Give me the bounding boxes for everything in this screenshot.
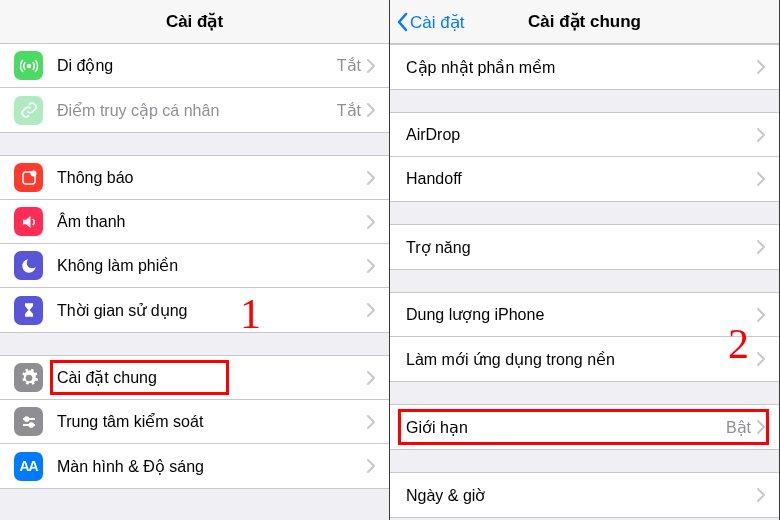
chevron-right-icon bbox=[367, 59, 375, 73]
chevron-right-icon bbox=[757, 420, 765, 434]
chevron-right-icon bbox=[367, 371, 375, 385]
settings-row[interactable]: Cập nhật phần mềm bbox=[390, 45, 779, 89]
row-label: Ngày & giờ bbox=[406, 486, 757, 505]
row-value: Bật bbox=[726, 418, 751, 437]
chevron-right-icon bbox=[367, 259, 375, 273]
chevron-right-icon bbox=[757, 240, 765, 254]
navbar-title: Cài đặt bbox=[166, 11, 223, 32]
settings-row[interactable]: Handoff bbox=[390, 157, 779, 201]
chevron-right-icon bbox=[367, 215, 375, 229]
row-label: Màn hình & Độ sáng bbox=[57, 457, 367, 476]
settings-row[interactable]: Ngày & giờ bbox=[390, 473, 779, 517]
general-panel: Cài đặt Cài đặt chung Cập nhật phần mềmA… bbox=[390, 0, 780, 520]
settings-row[interactable]: Âm thanh bbox=[0, 200, 389, 244]
settings-row[interactable]: AAMàn hình & Độ sáng bbox=[0, 444, 389, 488]
settings-row[interactable]: Thông báo bbox=[0, 156, 389, 200]
settings-row[interactable]: Trung tâm kiểm soát bbox=[0, 400, 389, 444]
control-icon bbox=[14, 407, 43, 436]
dnd-icon bbox=[14, 251, 43, 280]
row-label: Dung lượng iPhone bbox=[406, 305, 757, 324]
navbar: Cài đặt bbox=[0, 0, 389, 44]
chevron-right-icon bbox=[367, 459, 375, 473]
settings-row[interactable]: Cài đặt chung bbox=[0, 356, 389, 400]
row-label: Di động bbox=[57, 56, 337, 75]
cellular-icon bbox=[14, 51, 43, 80]
row-label: Handoff bbox=[406, 170, 757, 188]
hotspot-icon bbox=[14, 96, 43, 125]
row-label: Thông báo bbox=[57, 169, 367, 187]
settings-row[interactable]: Dung lượng iPhone bbox=[390, 293, 779, 337]
chevron-right-icon bbox=[367, 303, 375, 317]
general-list[interactable]: Cập nhật phần mềmAirDropHandoffTrợ năngD… bbox=[390, 44, 779, 520]
row-value: Tắt bbox=[337, 101, 361, 120]
notifications-icon bbox=[14, 163, 43, 192]
settings-panel: Cài đặt Di độngTắtĐiểm truy cập cá nhânT… bbox=[0, 0, 390, 520]
settings-list[interactable]: Di độngTắtĐiểm truy cập cá nhânTắtThông … bbox=[0, 44, 389, 520]
row-label: Điểm truy cập cá nhân bbox=[57, 101, 337, 120]
screentime-icon bbox=[14, 296, 43, 325]
settings-row[interactable]: Thời gian sử dụng bbox=[0, 288, 389, 332]
chevron-right-icon bbox=[757, 352, 765, 366]
svg-point-6 bbox=[29, 423, 33, 427]
settings-row[interactable]: Giới hạnBật bbox=[390, 405, 779, 449]
back-label: Cài đặt bbox=[410, 12, 464, 33]
chevron-right-icon bbox=[757, 308, 765, 322]
chevron-left-icon bbox=[396, 12, 408, 32]
general-icon bbox=[14, 363, 43, 392]
chevron-right-icon bbox=[757, 60, 765, 74]
chevron-right-icon bbox=[367, 103, 375, 117]
chevron-right-icon bbox=[757, 172, 765, 186]
settings-row[interactable]: Di độngTắt bbox=[0, 44, 389, 88]
row-label: AirDrop bbox=[406, 126, 757, 144]
row-label: Thời gian sử dụng bbox=[57, 301, 367, 320]
chevron-right-icon bbox=[367, 415, 375, 429]
settings-row[interactable]: Điểm truy cập cá nhânTắt bbox=[0, 88, 389, 132]
row-label: Giới hạn bbox=[406, 418, 726, 437]
svg-point-4 bbox=[24, 417, 28, 421]
svg-point-0 bbox=[27, 64, 30, 67]
sounds-icon bbox=[14, 207, 43, 236]
chevron-right-icon bbox=[757, 128, 765, 142]
display-icon: AA bbox=[14, 452, 43, 481]
row-label: Làm mới ứng dụng trong nền bbox=[406, 350, 757, 369]
row-label: Trung tâm kiểm soát bbox=[57, 412, 367, 431]
row-label: Trợ năng bbox=[406, 238, 757, 257]
navbar-title: Cài đặt chung bbox=[528, 11, 641, 32]
row-label: Âm thanh bbox=[57, 213, 367, 231]
settings-row[interactable]: Làm mới ứng dụng trong nền bbox=[390, 337, 779, 381]
navbar: Cài đặt Cài đặt chung bbox=[390, 0, 779, 44]
chevron-right-icon bbox=[757, 488, 765, 502]
row-label: Cập nhật phần mềm bbox=[406, 58, 757, 77]
back-button[interactable]: Cài đặt bbox=[396, 0, 464, 44]
settings-row[interactable]: Trợ năng bbox=[390, 225, 779, 269]
chevron-right-icon bbox=[367, 171, 375, 185]
row-label: Cài đặt chung bbox=[57, 368, 367, 387]
row-value: Tắt bbox=[337, 56, 361, 75]
settings-row[interactable]: Không làm phiền bbox=[0, 244, 389, 288]
row-label: Không làm phiền bbox=[57, 256, 367, 275]
svg-point-2 bbox=[30, 170, 36, 176]
settings-row[interactable]: AirDrop bbox=[390, 113, 779, 157]
